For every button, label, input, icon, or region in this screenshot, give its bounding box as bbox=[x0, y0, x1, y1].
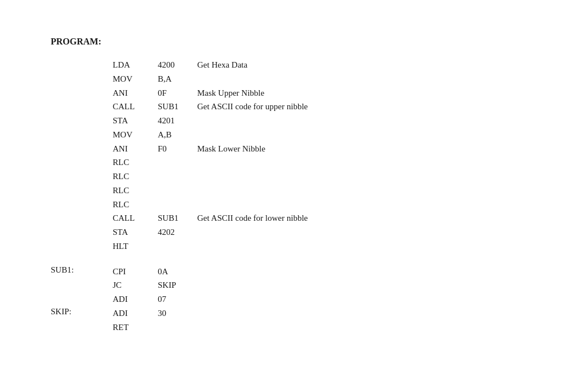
main-instr-table: LDA4200Get Hexa DataMOVB,AANI0FMask Uppe… bbox=[113, 58, 366, 253]
instr-row: HLT bbox=[113, 239, 366, 253]
comment-cell bbox=[197, 278, 366, 292]
operand-cell bbox=[158, 320, 197, 335]
comment-cell bbox=[197, 198, 366, 212]
operand-cell bbox=[158, 170, 197, 184]
instr-row: ANI0FMask Upper Nibble bbox=[113, 86, 366, 100]
mnemonic-cell: ANI bbox=[113, 86, 158, 100]
operand-cell: 30 bbox=[158, 306, 197, 320]
operand-cell bbox=[158, 198, 197, 212]
comment-cell: Get Hexa Data bbox=[197, 58, 366, 72]
comment-cell bbox=[197, 114, 366, 128]
mnemonic-cell: ANI bbox=[113, 142, 158, 156]
instr-row: RLC bbox=[113, 155, 366, 170]
mnemonic-cell: STA bbox=[113, 225, 158, 239]
mnemonic-cell: ADI bbox=[113, 292, 158, 306]
sub1-instr-table: CPI0AJCSKIPADI07 bbox=[113, 265, 366, 306]
operand-cell: 07 bbox=[158, 292, 197, 306]
skip-block-row: SKIP: ADI30RET bbox=[51, 306, 366, 335]
comment-cell bbox=[197, 265, 366, 279]
comment-cell bbox=[197, 155, 366, 170]
mnemonic-cell: STA bbox=[113, 114, 158, 128]
comment-cell: Mask Lower Nibble bbox=[197, 142, 366, 156]
operand-cell: SUB1 bbox=[158, 100, 197, 114]
spacer-1 bbox=[51, 253, 366, 265]
mnemonic-cell: CALL bbox=[113, 100, 158, 114]
instr-row: ANIF0Mask Lower Nibble bbox=[113, 142, 366, 156]
instr-row: CPI0A bbox=[113, 265, 366, 279]
operand-cell: 4200 bbox=[158, 58, 197, 72]
operand-cell: B,A bbox=[158, 72, 197, 86]
instr-row: MOVA,B bbox=[113, 128, 366, 142]
instr-row: MOVB,A bbox=[113, 72, 366, 86]
instr-row: RLC bbox=[113, 184, 366, 198]
main-instr-inner: LDA4200Get Hexa DataMOVB,AANI0FMask Uppe… bbox=[113, 58, 366, 253]
page: PROGRAM: LDA4200Get Hexa DataMOVB,AANI0F… bbox=[23, 17, 577, 392]
mnemonic-cell: MOV bbox=[113, 72, 158, 86]
mnemonic-cell: MOV bbox=[113, 128, 158, 142]
mnemonic-cell: CALL bbox=[113, 211, 158, 225]
skip-instr-inner: ADI30RET bbox=[113, 306, 366, 335]
comment-cell bbox=[197, 306, 366, 320]
mnemonic-cell: RLC bbox=[113, 184, 158, 198]
instr-row: ADI30 bbox=[113, 306, 366, 320]
comment-cell: Get ASCII code for lower nibble bbox=[197, 211, 366, 225]
sub1-instr-inner: CPI0AJCSKIPADI07 bbox=[113, 265, 366, 306]
mnemonic-cell: CPI bbox=[113, 265, 158, 279]
operand-cell bbox=[158, 239, 197, 253]
comment-cell bbox=[197, 239, 366, 253]
operand-cell: 4202 bbox=[158, 225, 197, 239]
mnemonic-cell: JC bbox=[113, 278, 158, 292]
instr-row: STA4202 bbox=[113, 225, 366, 239]
comment-cell: Get ASCII code for upper nibble bbox=[197, 100, 366, 114]
mnemonic-cell: RLC bbox=[113, 198, 158, 212]
skip-label: SKIP: bbox=[51, 306, 113, 335]
operand-cell: 0F bbox=[158, 86, 197, 100]
mnemonic-cell: RLC bbox=[113, 170, 158, 184]
instr-row: JCSKIP bbox=[113, 278, 366, 292]
instr-row: CALLSUB1Get ASCII code for lower nibble bbox=[113, 211, 366, 225]
operand-cell: SUB1 bbox=[158, 211, 197, 225]
sub1-block-row: SUB1: CPI0AJCSKIPADI07 bbox=[51, 265, 366, 306]
comment-cell bbox=[197, 225, 366, 239]
mnemonic-cell: RLC bbox=[113, 155, 158, 170]
operand-cell bbox=[158, 155, 197, 170]
comment-cell bbox=[197, 170, 366, 184]
comment-cell bbox=[197, 184, 366, 198]
comment-cell bbox=[197, 128, 366, 142]
comment-cell bbox=[197, 72, 366, 86]
sub1-label: SUB1: bbox=[51, 265, 113, 306]
operand-cell: SKIP bbox=[158, 278, 197, 292]
operand-cell: 4201 bbox=[158, 114, 197, 128]
comment-cell bbox=[197, 292, 366, 306]
instr-row: LDA4200Get Hexa Data bbox=[113, 58, 366, 72]
comment-cell bbox=[197, 320, 366, 335]
instr-row: CALLSUB1Get ASCII code for upper nibble bbox=[113, 100, 366, 114]
mnemonic-cell: RET bbox=[113, 320, 158, 335]
operand-cell bbox=[158, 184, 197, 198]
mnemonic-cell: ADI bbox=[113, 306, 158, 320]
program-heading: PROGRAM: bbox=[51, 37, 571, 47]
instr-row: RLC bbox=[113, 170, 366, 184]
instr-row: RET bbox=[113, 320, 366, 335]
main-instructions-row: LDA4200Get Hexa DataMOVB,AANI0FMask Uppe… bbox=[51, 58, 366, 253]
instr-row: ADI07 bbox=[113, 292, 366, 306]
operand-cell: A,B bbox=[158, 128, 197, 142]
instr-row: RLC bbox=[113, 198, 366, 212]
mnemonic-cell: LDA bbox=[113, 58, 158, 72]
mnemonic-cell: HLT bbox=[113, 239, 158, 253]
operand-cell: F0 bbox=[158, 142, 197, 156]
main-instructions-block: LDA4200Get Hexa DataMOVB,AANI0FMask Uppe… bbox=[51, 58, 366, 334]
skip-instr-table: ADI30RET bbox=[113, 306, 366, 335]
operand-cell: 0A bbox=[158, 265, 197, 279]
instr-row: STA4201 bbox=[113, 114, 366, 128]
comment-cell: Mask Upper Nibble bbox=[197, 86, 366, 100]
main-label bbox=[51, 58, 113, 253]
